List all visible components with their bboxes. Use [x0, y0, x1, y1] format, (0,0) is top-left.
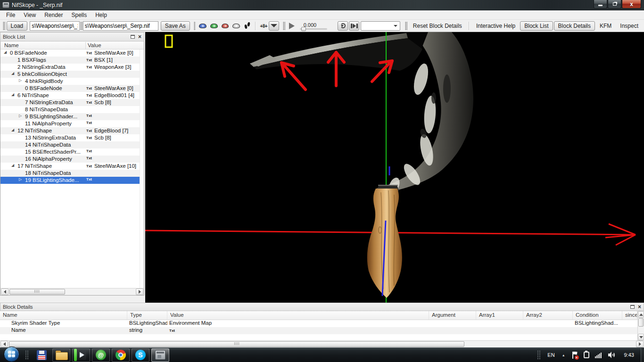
scroll-right-button[interactable] [136, 288, 143, 295]
expand-arrow-icon[interactable]: ◢ [11, 128, 14, 132]
menu-item-render[interactable]: Render [40, 11, 67, 19]
block-list-row[interactable]: 18 NiTriShapeData [0, 170, 144, 177]
view-mode-green-eye-icon[interactable] [210, 24, 218, 28]
block-list-column-header[interactable]: Name Value [0, 41, 144, 49]
animation-slider-thumb[interactable] [301, 27, 306, 31]
animation-slider[interactable] [300, 28, 327, 30]
toolbar-grip-2[interactable] [194, 22, 196, 30]
block-details-row[interactable]: Skyrim Shader TypeBSLightingShad...Envir… [0, 320, 644, 327]
block-list-row[interactable]: ◢5 bhkCollisionObject [0, 71, 144, 78]
block-details-vscrollbar[interactable] [637, 311, 644, 340]
load-path-input[interactable] [30, 21, 80, 31]
block-list-row[interactable]: 1 BSXFlagsTxtBSX [1] [0, 57, 144, 64]
scroll-up-button[interactable] [638, 311, 644, 318]
show-desktop-button[interactable] [641, 348, 644, 362]
taskbar-item-messenger[interactable]: @ [92, 348, 110, 362]
load-button[interactable]: Load [7, 21, 28, 31]
animation-select[interactable] [361, 21, 400, 31]
column-value[interactable]: Value [88, 42, 101, 48]
toolbar-grip-4[interactable] [405, 22, 407, 30]
loop-button[interactable] [338, 21, 348, 31]
block-list-row[interactable]: 15 BSEffectShaderPr...Txt [0, 148, 144, 156]
column-array2[interactable]: Array2 [523, 311, 573, 320]
tree-scrollbar-gutter[interactable] [140, 49, 144, 288]
scroll-left-button[interactable] [1, 288, 8, 295]
block-list-row[interactable]: 2 NiStringExtraDataTxtWeaponAxe [3] [0, 64, 144, 71]
action-center-flag-icon[interactable]: × [571, 352, 578, 359]
column-separator[interactable] [85, 42, 86, 49]
column-type[interactable]: Type [127, 311, 167, 320]
restore-button[interactable] [608, 0, 621, 8]
collapse-arrow-icon[interactable]: ▷ [19, 177, 22, 181]
scroll-right-button[interactable] [636, 341, 644, 347]
column-name[interactable]: Name [0, 311, 127, 320]
taskbar-item-media-player[interactable] [72, 348, 90, 362]
float-panel-icon[interactable] [630, 305, 635, 309]
block-details-titlebar[interactable]: Block Details × [0, 303, 644, 311]
block-details-row[interactable]: NamestringTxt [0, 327, 644, 334]
block-details-column-header[interactable]: NameTypeValueArgumentArray1Array2Conditi… [0, 311, 644, 320]
block-list-row[interactable]: ◢6 NiTriShapeTxtEdgeBlood01 [4] [0, 92, 144, 99]
path-splitter-grip[interactable] [80, 22, 83, 30]
view-mode-blue-eye-icon[interactable] [199, 24, 206, 28]
scroll-down-button[interactable] [638, 334, 644, 340]
expand-arrow-icon[interactable]: ◢ [11, 92, 14, 97]
toggle-block-list-button[interactable]: Block List [520, 21, 553, 31]
view-mode-gray-eye-icon[interactable] [232, 24, 240, 28]
tray-grip[interactable] [537, 350, 541, 360]
minimize-button[interactable] [594, 0, 607, 8]
collapse-arrow-icon[interactable]: ▷ [19, 78, 22, 82]
menu-item-view[interactable]: View [19, 11, 40, 19]
toolbar-grip[interactable] [3, 22, 5, 30]
scroll-left-button[interactable] [0, 341, 8, 347]
menu-item-file[interactable]: File [2, 11, 19, 19]
network-signal-icon[interactable] [595, 352, 602, 358]
start-button[interactable] [4, 346, 19, 362]
collapse-arrow-icon[interactable]: ▷ [19, 114, 22, 118]
taskbar-item-explorer[interactable] [52, 348, 70, 362]
close-button[interactable]: x [622, 0, 641, 8]
save-path-input[interactable] [83, 21, 158, 31]
block-list-row[interactable]: 11 NiAlphaPropertyTxt [0, 120, 144, 127]
block-list-row[interactable]: 0 BSFadeNodeTxtSteelWarAxe [0] [0, 85, 144, 92]
menu-item-help[interactable]: Help [91, 11, 111, 19]
close-panel-icon[interactable]: × [138, 34, 141, 39]
reset-block-details-button[interactable]: Reset Block Details [409, 21, 466, 31]
center-view-button[interactable]: +‖+ [258, 21, 269, 31]
tray-app-icon[interactable] [584, 352, 589, 358]
window-titlebar[interactable]: NifSkope - _Serp.nif x [0, 0, 644, 10]
column-since[interactable]: since [622, 311, 637, 320]
block-list-row[interactable]: 13 NiStringExtraDataTxtScb [8] [0, 134, 144, 141]
switch-animation-button[interactable] [349, 21, 359, 31]
toolbar-grip-3[interactable] [283, 22, 285, 30]
3d-viewport[interactable] [145, 32, 644, 303]
block-list-row[interactable]: ◢12 NiTriShapeTxtEdgeBlood [7] [0, 127, 144, 134]
save-as-button[interactable]: Save As [161, 21, 190, 31]
walk-mode-icon[interactable] [244, 22, 250, 30]
taskbar-item-chrome[interactable] [112, 348, 130, 362]
menu-item-spells[interactable]: Spells [67, 11, 91, 19]
block-list-row[interactable]: 16 NiAlphaPropertyTxt [0, 156, 144, 163]
float-panel-icon[interactable] [131, 35, 135, 39]
block-list-titlebar[interactable]: Block List × [0, 32, 144, 41]
inspect-button[interactable]: Inspect [616, 21, 643, 31]
block-details-hscrollbar[interactable] [0, 340, 644, 347]
scrollbar-thumb[interactable] [638, 318, 644, 327]
block-list-row[interactable]: 14 NiTriShapeData [0, 141, 144, 148]
play-button[interactable] [287, 21, 297, 31]
block-list-row[interactable]: ◢0 BSFadeNodeTxtSteelWarAxe [0] [0, 49, 144, 57]
expand-arrow-icon[interactable]: ◢ [11, 163, 14, 167]
close-panel-icon[interactable]: × [638, 304, 641, 309]
taskbar-grip[interactable] [25, 350, 29, 360]
column-array1[interactable]: Array1 [476, 311, 523, 320]
taskbar-item-floppy[interactable] [33, 348, 50, 362]
expand-arrow-icon[interactable]: ◢ [11, 71, 14, 75]
block-list-row[interactable]: ▷4 bhkRigidBody [0, 78, 144, 85]
animation-time-control[interactable]: 0.000 [300, 22, 327, 30]
volume-icon[interactable] [608, 352, 616, 358]
block-list-row[interactable]: ◢17 NiTriShapeTxtSteelWarAxe [10] [0, 163, 144, 170]
show-hidden-icons-button[interactable]: ▲ [562, 354, 565, 357]
kfm-button[interactable]: KFM [595, 21, 616, 31]
block-list-row[interactable]: ▷19 BSLightingShade...Txt [0, 177, 144, 184]
language-indicator[interactable]: EN [547, 352, 554, 358]
